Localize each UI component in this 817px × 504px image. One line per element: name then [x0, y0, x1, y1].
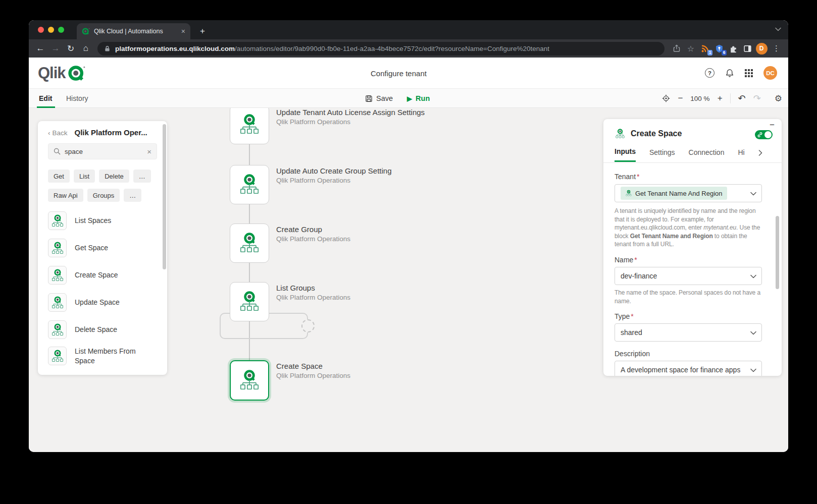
filter-chip-delete[interactable]: Delete [99, 170, 129, 183]
name-help-text: The name of the space. Personal spaces d… [615, 289, 764, 305]
list-item-create-space[interactable]: Create Space [48, 266, 154, 285]
new-tab-button[interactable]: + [196, 25, 209, 37]
type-select[interactable]: shared [615, 323, 762, 342]
tab-title: Qlik Cloud | Automations [94, 28, 177, 35]
back-icon[interactable]: ← [34, 42, 47, 55]
extensions-puzzle-icon[interactable] [727, 42, 739, 54]
block-update-auto-create-group[interactable] [230, 165, 269, 204]
tabs-overflow-chevron-icon[interactable] [758, 150, 762, 156]
fit-view-crosshair-icon[interactable] [662, 94, 670, 102]
qlik-block-icon [48, 211, 67, 230]
qlik-logo[interactable]: Qlik [38, 64, 86, 82]
run-button[interactable]: ▶ Run [407, 94, 430, 102]
tenant-value-chip: Get Tenant Name And Region [621, 187, 727, 200]
app-launcher-waffle-icon[interactable] [745, 69, 753, 77]
block-label: Create Space Qlik Platform Operations [276, 362, 493, 379]
tab-inputs[interactable]: Inputs [615, 147, 636, 162]
link-icon [757, 132, 763, 138]
browser-tabstrip: Qlik Cloud | Automations × + [29, 20, 788, 39]
block-create-group[interactable] [230, 223, 269, 263]
qlik-block-icon [48, 239, 67, 257]
home-icon[interactable]: ⌂ [79, 42, 92, 55]
tabs-divider [603, 162, 782, 163]
filter-chip-groups[interactable]: Groups [87, 189, 120, 202]
list-item-list-spaces[interactable]: List Spaces [48, 211, 154, 230]
filter-chip-list[interactable]: List [74, 170, 95, 183]
back-button[interactable]: ‹Back [48, 129, 68, 137]
browser-navbar: ← → ↻ ⌂ platformoperations.eu.qlikcloud.… [29, 39, 788, 58]
block-search-input[interactable]: space × [48, 143, 157, 159]
tab-settings[interactable]: Settings [649, 148, 675, 161]
save-button[interactable]: Save [365, 94, 393, 102]
collapse-panel-icon[interactable]: − [770, 120, 775, 130]
tab-connection[interactable]: Connection [689, 148, 725, 161]
zoom-level: 100 % [690, 95, 709, 102]
url-domain: platformoperations.eu.qlikcloud.com [115, 45, 235, 52]
tenant-select[interactable]: Get Tenant Name And Region [615, 184, 762, 202]
description-select[interactable]: A development space for finance apps [615, 361, 762, 376]
inspector-scrollbar[interactable] [776, 216, 779, 289]
zoom-in-button[interactable]: + [718, 93, 723, 103]
tab-close-icon[interactable]: × [181, 27, 185, 35]
qlik-block-icon [48, 347, 67, 365]
filter-chip-get[interactable]: Get [48, 170, 70, 183]
qlik-block-icon [238, 369, 261, 392]
qlik-q-icon [68, 64, 86, 82]
notifications-bell-icon[interactable] [725, 69, 734, 78]
browser-menu-icon[interactable]: ⋮ [770, 44, 783, 53]
block-enabled-toggle[interactable] [755, 130, 773, 139]
qlik-favicon [82, 27, 90, 35]
close-window-button[interactable] [38, 27, 44, 33]
rss-badge: 1 [707, 50, 712, 55]
block-update-tenant-auto-license[interactable] [230, 108, 269, 144]
list-item-get-space[interactable]: Get Space [48, 239, 154, 257]
list-item-list-members-from-space[interactable]: List Members From Space [48, 347, 154, 366]
tab-history[interactable]: History [66, 89, 88, 108]
drop-target-placeholder[interactable] [301, 319, 315, 332]
help-icon[interactable]: ? [705, 68, 714, 78]
tenant-help-text: A tenant is uniquely identified by name … [615, 207, 764, 249]
minimize-window-button[interactable] [48, 27, 54, 33]
bookmark-star-icon[interactable]: ☆ [685, 42, 697, 54]
header-actions: ? DC [705, 66, 777, 80]
automation-canvas[interactable]: Update Tenant Auto License Assign Settin… [29, 108, 788, 452]
browser-profile-avatar[interactable]: D [755, 42, 768, 54]
filter-chip-raw-api[interactable]: Raw Api [48, 189, 83, 202]
fullscreen-window-button[interactable] [58, 27, 64, 33]
browser-tab[interactable]: Qlik Cloud | Automations × [77, 23, 190, 39]
shield-extension-icon[interactable]: 6 [713, 42, 725, 54]
address-bar[interactable]: platformoperations.eu.qlikcloud.com/auto… [97, 42, 665, 55]
qlik-block-icon [48, 320, 67, 339]
side-panel-icon[interactable] [741, 42, 753, 54]
zoom-out-button[interactable]: − [678, 93, 683, 103]
block-create-space-selected[interactable] [230, 360, 269, 401]
name-select[interactable]: dev-finance [615, 267, 762, 285]
qlik-block-icon [238, 113, 261, 136]
chevron-down-icon [750, 368, 756, 372]
list-item-delete-space[interactable]: Delete Space [48, 320, 154, 339]
search-icon [54, 148, 61, 155]
undo-icon[interactable]: ↶ [738, 93, 746, 104]
qlik-logo-text: Qlik [38, 64, 66, 82]
filter-chip-more[interactable]: … [133, 170, 151, 183]
rss-extension-icon[interactable]: 1 [699, 42, 711, 54]
filter-chip-more[interactable]: … [124, 189, 141, 202]
qlik-block-icon [238, 232, 261, 255]
forward-icon[interactable]: → [49, 42, 62, 55]
sidebar-scrollbar[interactable] [163, 124, 166, 269]
qlik-block-icon [48, 293, 67, 312]
description-label: Description [615, 350, 650, 358]
share-icon[interactable] [671, 42, 683, 54]
list-item-update-space[interactable]: Update Space [48, 293, 154, 312]
tab-search-chevron-icon[interactable] [775, 27, 781, 31]
tab-edit[interactable]: Edit [39, 89, 52, 108]
user-avatar[interactable]: DC [763, 66, 777, 80]
chevron-down-icon [750, 192, 756, 196]
clear-search-icon[interactable]: × [147, 147, 151, 156]
block-label: Create Group Qlik Platform Operations [276, 225, 493, 243]
tab-history-truncated[interactable]: Hi [738, 148, 744, 161]
settings-gear-icon[interactable]: ⚙ [775, 93, 782, 104]
reload-icon[interactable]: ↻ [64, 42, 77, 55]
block-list-groups[interactable] [230, 282, 269, 321]
redo-icon[interactable]: ↷ [753, 93, 761, 104]
